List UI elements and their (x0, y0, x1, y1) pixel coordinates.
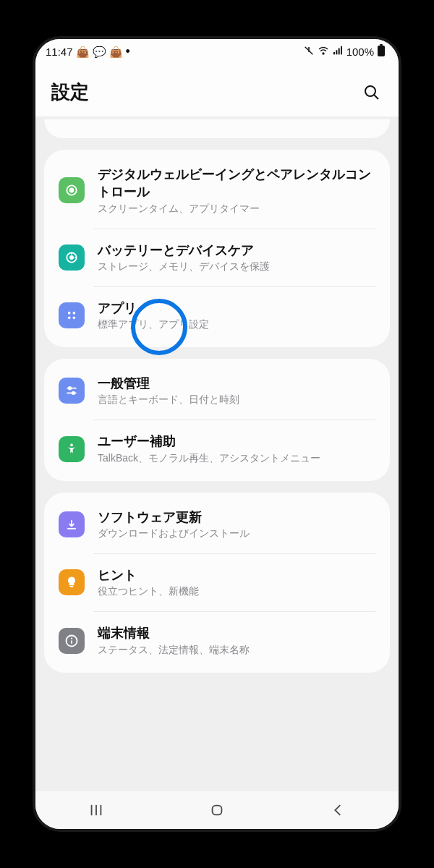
svg-point-15 (73, 312, 76, 315)
settings-group: デジタルウェルビーイングとペアレンタルコントロール スクリーンタイム、アプリタイ… (44, 150, 390, 347)
item-title: ソフトウェア更新 (98, 509, 375, 526)
svg-point-19 (69, 387, 71, 389)
nav-bar (35, 791, 399, 829)
item-title: デジタルウェルビーイングとペアレンタルコントロール (98, 166, 375, 201)
item-subtitle: TalkBack、モノラル再生、アシスタントメニュー (98, 452, 375, 465)
status-bar: 11:47 👜 💬 👜 • 100% (35, 39, 399, 64)
svg-point-17 (73, 317, 76, 320)
battery-icon (377, 44, 386, 59)
settings-item-general[interactable]: 一般管理 言語とキーボード、日付と時刻 (44, 362, 390, 420)
nav-home-button[interactable] (188, 802, 246, 818)
svg-point-8 (365, 86, 375, 96)
item-subtitle: 役立つヒント、新機能 (98, 585, 375, 598)
software-update-icon (59, 511, 85, 537)
page-header: 設定 (35, 64, 399, 116)
settings-group: ソフトウェア更新 ダウンロードおよびインストール ヒント 役立つヒント、新機能 (44, 493, 390, 673)
item-title: 一般管理 (98, 375, 375, 392)
home-icon (209, 802, 225, 818)
item-subtitle: 標準アプリ、アプリ設定 (98, 318, 375, 331)
item-subtitle: ダウンロードおよびインストール (98, 527, 375, 540)
general-icon (59, 378, 85, 404)
status-battery: 100% (346, 46, 374, 58)
accessibility-icon (59, 436, 85, 462)
item-subtitle: スクリーンタイム、アプリタイマー (98, 203, 375, 216)
item-subtitle: 言語とキーボード、日付と時刻 (98, 393, 375, 407)
bag-icon: 👜 (109, 46, 123, 57)
battery-care-icon (59, 244, 85, 271)
mute-icon (303, 45, 315, 59)
settings-list[interactable]: デジタルウェルビーイングとペアレンタルコントロール スクリーンタイム、アプリタイ… (35, 116, 399, 791)
nav-recents-button[interactable] (67, 802, 125, 818)
svg-rect-3 (336, 50, 337, 54)
svg-point-25 (71, 637, 72, 639)
settings-item-tips[interactable]: ヒント 役立つヒント、新機能 (44, 553, 390, 611)
svg-point-1 (323, 53, 324, 54)
item-title: 端末情報 (98, 624, 375, 642)
wifi-icon (318, 45, 329, 59)
settings-item-apps[interactable]: アプリ 標準アプリ、アプリ設定 (44, 286, 390, 344)
bag-icon: 👜 (76, 46, 90, 57)
wellbeing-icon (59, 177, 85, 203)
svg-rect-6 (378, 46, 385, 56)
tips-icon (59, 569, 85, 595)
nav-back-button[interactable] (309, 802, 367, 818)
settings-item-wellbeing[interactable]: デジタルウェルビーイングとペアレンタルコントロール スクリーンタイム、アプリタイ… (44, 153, 390, 229)
settings-item-battery[interactable]: バッテリーとデバイスケア ストレージ、メモリ、デバイスを保護 (44, 229, 390, 286)
item-title: アプリ (98, 299, 375, 317)
svg-rect-26 (71, 640, 72, 644)
chat-icon: 💬 (93, 46, 106, 57)
phone-frame: 11:47 👜 💬 👜 • 100% 設定 (33, 36, 401, 832)
item-title: バッテリーとデバイスケア (98, 242, 375, 259)
item-title: ユーザー補助 (98, 433, 375, 450)
svg-rect-30 (213, 806, 222, 815)
partial-card-top (44, 119, 390, 138)
svg-rect-23 (70, 586, 74, 587)
search-button[interactable] (361, 82, 383, 103)
svg-point-14 (68, 312, 71, 315)
svg-point-16 (68, 317, 71, 320)
svg-rect-2 (333, 52, 335, 54)
about-icon (59, 628, 85, 654)
item-subtitle: ステータス、法定情報、端末名称 (98, 644, 375, 657)
svg-point-11 (70, 189, 74, 192)
settings-item-about[interactable]: 端末情報 ステータス、法定情報、端末名称 (44, 611, 390, 669)
settings-item-software[interactable]: ソフトウェア更新 ダウンロードおよびインストール (44, 495, 390, 553)
settings-group: 一般管理 言語とキーボード、日付と時刻 ユーザー補助 TalkBack、モノラル… (44, 359, 390, 481)
search-icon (363, 84, 380, 101)
back-icon (330, 802, 346, 818)
more-notifications-dot: • (126, 45, 130, 58)
svg-point-22 (70, 443, 73, 446)
page-title: 設定 (51, 80, 89, 105)
recents-icon (88, 802, 104, 818)
svg-point-21 (72, 392, 75, 394)
item-title: ヒント (98, 566, 375, 584)
svg-rect-5 (341, 46, 342, 54)
svg-rect-7 (380, 44, 383, 46)
apps-icon (59, 302, 85, 328)
svg-line-9 (375, 95, 379, 99)
svg-point-13 (70, 256, 73, 259)
signal-icon (332, 45, 344, 59)
settings-item-accessibility[interactable]: ユーザー補助 TalkBack、モノラル再生、アシスタントメニュー (44, 420, 390, 477)
item-subtitle: ストレージ、メモリ、デバイスを保護 (98, 260, 375, 273)
status-time: 11:47 (46, 46, 73, 58)
svg-rect-4 (338, 48, 339, 54)
